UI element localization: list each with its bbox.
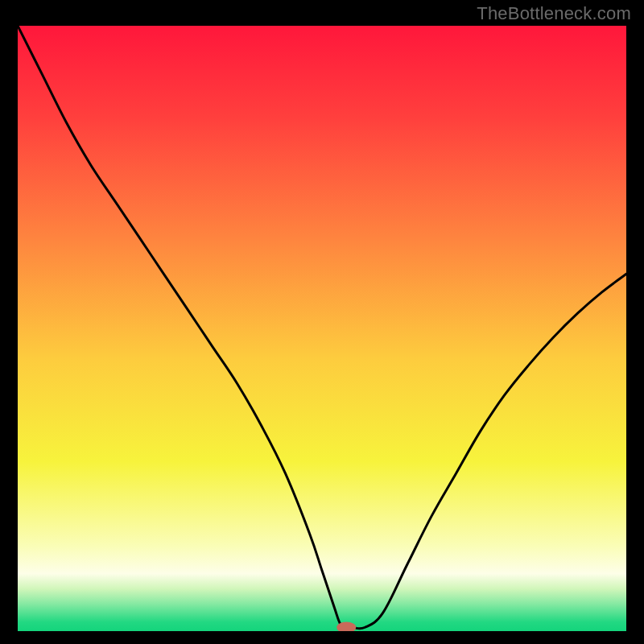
bottleneck-chart [18,26,626,631]
watermark-text: TheBottleneck.com [477,3,631,24]
chart-frame: TheBottleneck.com [0,0,644,644]
plot-area [18,26,626,631]
gradient-background [18,26,626,631]
